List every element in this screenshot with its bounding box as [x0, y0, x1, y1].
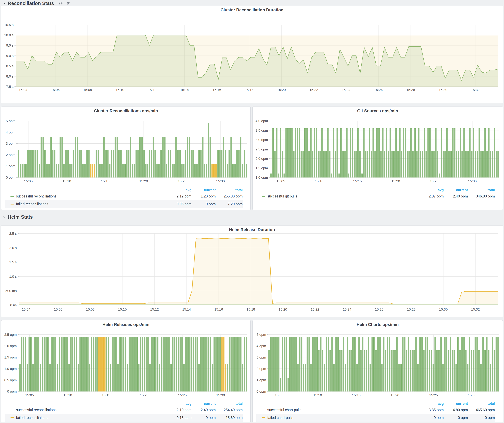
- series-label[interactable]: successful reconciliations: [16, 408, 57, 412]
- trash-icon[interactable]: [66, 1, 71, 6]
- svg-text:15:15: 15:15: [353, 179, 362, 183]
- gear-icon[interactable]: [59, 1, 63, 6]
- panel-title[interactable]: Cluster Reconciliations ops/min: [1, 109, 251, 113]
- svg-text:15:30: 15:30: [468, 179, 477, 183]
- svg-text:15:30: 15:30: [216, 179, 225, 183]
- panel-title[interactable]: Helm Releases ops/min: [1, 322, 251, 327]
- svg-text:15:08: 15:08: [83, 88, 92, 92]
- svg-text:15:30: 15:30: [216, 393, 225, 397]
- series-label[interactable]: successful chart pulls: [267, 408, 301, 412]
- legend-col-avg[interactable]: avg: [419, 402, 444, 406]
- cluster-reconciliations-chart[interactable]: 15:0515:1015:1515:2015:2515:300 opm1 opm…: [1, 107, 251, 188]
- legend-col-avg[interactable]: avg: [167, 402, 192, 406]
- svg-text:15:25: 15:25: [178, 393, 187, 397]
- svg-text:15:24: 15:24: [342, 88, 350, 92]
- legend-total-value: 15.60 opm: [216, 416, 243, 420]
- legend-col-total[interactable]: total: [216, 402, 243, 406]
- legend-current-value: 0 opm: [192, 416, 216, 420]
- series-label[interactable]: failed reconciliations: [16, 202, 48, 206]
- legend-col-current[interactable]: current: [192, 188, 216, 192]
- svg-text:1.5 opm: 1.5 opm: [4, 355, 17, 359]
- legend-col-total[interactable]: total: [468, 402, 495, 406]
- svg-text:15:05: 15:05: [24, 179, 33, 183]
- svg-text:15:20: 15:20: [139, 179, 148, 183]
- series-label[interactable]: failed chart pulls: [267, 416, 293, 420]
- row-title: Reconciliation Stats: [8, 1, 54, 6]
- legend-current-value: 1.20 opm: [192, 194, 216, 198]
- panel-title[interactable]: Git Sources ops/min: [253, 109, 503, 113]
- svg-text:15:26: 15:26: [374, 88, 383, 92]
- legend-row-failed-chart-pulls: failed chart pulls 0 opm 0 opm 0 opm: [256, 414, 495, 422]
- svg-text:1.0 opm: 1.0 opm: [4, 367, 17, 371]
- svg-text:9.0 s: 9.0 s: [6, 54, 13, 58]
- helm-release-duration-chart[interactable]: 15:0415:0615:0815:1015:1215:1415:1615:18…: [1, 225, 503, 317]
- row-header-helm-stats[interactable]: Helm Stats: [2, 214, 33, 221]
- chevron-down-icon: [2, 2, 6, 5]
- svg-text:9.5 s: 9.5 s: [6, 43, 13, 47]
- svg-text:2.5 opm: 2.5 opm: [4, 333, 17, 337]
- series-label[interactable]: failed reconciliations: [16, 416, 48, 420]
- legend-total-value: 7.20 opm: [216, 202, 243, 206]
- svg-text:2.0 s: 2.0 s: [9, 246, 17, 250]
- series-label[interactable]: successful git pulls: [267, 194, 297, 198]
- svg-text:15:24: 15:24: [343, 307, 351, 311]
- svg-text:2 opm: 2 opm: [6, 153, 15, 157]
- svg-text:15:04: 15:04: [22, 307, 30, 311]
- git-sources-chart[interactable]: 15:0515:1015:1515:2015:2515:301.0 opm1.5…: [253, 107, 503, 188]
- legend-row-successful-chart-pulls: successful chart pulls 3.85 opm 4.80 opm…: [256, 406, 495, 414]
- svg-text:4 opm: 4 opm: [257, 344, 266, 348]
- series-color-dash: [262, 410, 265, 410]
- legend-avg-value: 2.12 opm: [167, 194, 192, 198]
- panel-title[interactable]: Cluster Reconciliation Duration: [1, 8, 503, 12]
- svg-text:7.5 s: 7.5 s: [6, 85, 13, 89]
- legend-total-value: 346.80 opm: [468, 194, 495, 198]
- svg-text:15:08: 15:08: [86, 307, 95, 311]
- svg-text:2.0 opm: 2.0 opm: [256, 157, 268, 161]
- series-label[interactable]: successful reconciliations: [16, 194, 57, 198]
- chevron-down-icon: [2, 215, 6, 219]
- legend: avg current total successful reconciliat…: [5, 401, 251, 422]
- svg-text:0 opm: 0 opm: [7, 389, 17, 394]
- svg-text:2 opm: 2 opm: [257, 367, 266, 371]
- legend-col-current[interactable]: current: [444, 188, 468, 192]
- legend-col-total[interactable]: total: [468, 188, 495, 192]
- svg-text:15:14: 15:14: [180, 88, 189, 92]
- svg-text:1 opm: 1 opm: [257, 378, 266, 382]
- legend-avg-value: 0 opm: [419, 416, 444, 420]
- svg-text:1.0 s: 1.0 s: [9, 275, 17, 278]
- svg-text:15:25: 15:25: [430, 179, 438, 183]
- panel-title[interactable]: Helm Release Duration: [1, 227, 503, 232]
- svg-text:15:22: 15:22: [311, 307, 319, 311]
- legend-current-value: 2.40 opm: [192, 408, 216, 412]
- cluster-reconciliation-duration-chart[interactable]: 15:0415:0615:0815:1015:1215:1415:1615:18…: [1, 6, 503, 103]
- svg-text:15:16: 15:16: [213, 88, 221, 92]
- legend-col-avg[interactable]: avg: [419, 188, 444, 192]
- svg-text:15:20: 15:20: [279, 307, 287, 311]
- svg-text:15:28: 15:28: [407, 307, 415, 311]
- legend-current-value: 0 opm: [444, 416, 468, 420]
- helm-releases-chart[interactable]: 15:0515:1015:1515:2015:2515:300 opm0.5 o…: [1, 320, 251, 401]
- legend-total-value: 256.80 opm: [216, 194, 243, 198]
- panel-cluster-reconciliations-opm: Cluster Reconciliations ops/min 15:0515:…: [1, 106, 251, 210]
- svg-text:15:10: 15:10: [63, 393, 72, 397]
- legend-col-current[interactable]: current: [444, 402, 468, 406]
- svg-text:15:30: 15:30: [439, 307, 448, 311]
- helm-charts-chart[interactable]: 15:0515:1015:1515:2015:2515:300 opm1 opm…: [253, 320, 503, 401]
- svg-text:3.0 opm: 3.0 opm: [256, 138, 268, 142]
- legend-row-failed-reconciliations: failed reconciliations 0.06 opm 0 opm 7.…: [5, 200, 243, 208]
- panel-title[interactable]: Helm Charts ops/min: [253, 322, 503, 327]
- legend-col-total[interactable]: total: [216, 188, 243, 192]
- svg-text:15:10: 15:10: [313, 393, 322, 397]
- legend-col-current[interactable]: current: [192, 402, 216, 406]
- svg-text:5 opm: 5 opm: [6, 119, 15, 123]
- legend-row-failed-reconciliations: failed reconciliations 0.13 opm 0 opm 15…: [5, 414, 243, 422]
- svg-text:15:25: 15:25: [178, 179, 186, 183]
- svg-text:2.5 opm: 2.5 opm: [256, 147, 268, 151]
- legend-current-value: 4.80 opm: [444, 408, 468, 412]
- svg-text:15:06: 15:06: [51, 88, 60, 92]
- legend-avg-value: 2.87 opm: [419, 194, 444, 198]
- svg-text:15:12: 15:12: [150, 307, 159, 311]
- row-title: Helm Stats: [8, 214, 33, 220]
- legend-col-avg[interactable]: avg: [167, 188, 192, 192]
- svg-text:4.0 opm: 4.0 opm: [256, 119, 268, 123]
